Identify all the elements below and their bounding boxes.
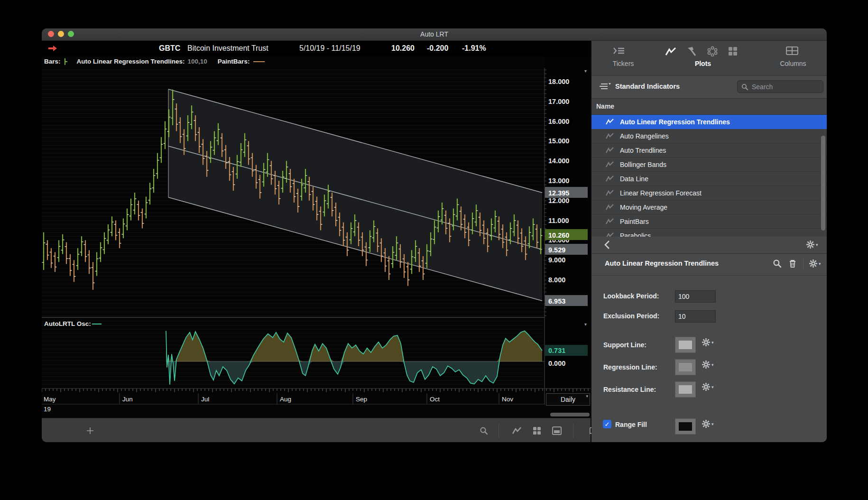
color-swatch[interactable] xyxy=(675,418,696,435)
price-chart-canvas[interactable]: 18.00017.00016.00015.00014.00013.00012.0… xyxy=(42,56,591,418)
indicator-zigzag-icon xyxy=(606,119,614,125)
indicator-zigzag-icon xyxy=(606,218,614,225)
indicator-zigzag-icon xyxy=(606,133,614,139)
tickers-icon[interactable] xyxy=(613,46,625,56)
layout-grid-button[interactable] xyxy=(531,425,543,436)
plot-label-row: Bars: Auto Linear Regression Trendlines:… xyxy=(44,58,265,65)
price-change: -0.200 xyxy=(427,44,448,53)
indicator-group-title[interactable]: Standard Indicators xyxy=(615,83,680,90)
indicator-label[interactable]: Auto Linear Regression Trendlines: xyxy=(77,58,185,65)
columns-icon[interactable] xyxy=(786,46,798,56)
list-item-label: Bollinger Bands xyxy=(620,161,666,168)
list-item[interactable]: Bollinger Bands xyxy=(591,157,827,172)
detail-search-icon[interactable] xyxy=(773,259,782,268)
price-tick-label: 11.000 xyxy=(548,217,569,224)
indicator-params: 100,10 xyxy=(188,58,207,65)
list-item-label: PaintBars xyxy=(620,218,649,225)
date-range: 5/10/19 - 11/15/19 xyxy=(299,44,360,53)
range-fill-checkbox[interactable]: ✓ xyxy=(603,420,611,428)
search-field[interactable] xyxy=(737,80,823,93)
price-change-pct: -1.91% xyxy=(462,44,486,53)
range-fill-row: ✓Range Fill▾ xyxy=(591,420,827,435)
line-setting-row: Support Line:▾ xyxy=(591,339,827,353)
color-swatch[interactable] xyxy=(675,337,696,353)
line-gear-button[interactable]: ▾ xyxy=(702,360,714,369)
price-tick-label: 15.000 xyxy=(548,137,569,145)
month-label: Aug xyxy=(280,396,291,403)
trash-icon[interactable] xyxy=(788,259,797,268)
list-item-label: Auto Rangelines xyxy=(620,132,669,140)
detail-gear-button[interactable]: ▾ xyxy=(809,259,821,268)
osc-label-row[interactable]: AutoLRTL Osc: xyxy=(44,320,102,327)
parameter-input[interactable] xyxy=(675,310,716,323)
list-item[interactable]: Moving Average xyxy=(591,200,827,214)
month-label: Sep xyxy=(356,396,367,403)
chart-area[interactable]: 18.00017.00016.00015.00014.00013.00012.0… xyxy=(42,56,591,418)
indicator-zigzag-icon xyxy=(606,190,614,196)
tab-plots[interactable]: Plots xyxy=(689,60,717,67)
osc-zero-label: 0.000 xyxy=(548,360,565,367)
osc-label: AutoLRTL Osc: xyxy=(44,320,91,327)
alert-arrow-icon[interactable] xyxy=(47,44,58,53)
line-setting-row: Resistance Line:▾ xyxy=(591,383,827,398)
indicator-list-icon[interactable] xyxy=(597,82,611,93)
toolbar-divider xyxy=(499,424,499,437)
list-item[interactable]: Linear Regression Forecast xyxy=(591,186,827,200)
list-item[interactable]: Auto Rangelines xyxy=(591,129,827,143)
indicator-zigzag-icon xyxy=(606,204,614,211)
list-item[interactable]: Data Line xyxy=(591,172,827,186)
indicator-list[interactable]: Auto Linear Regression TrendlinesAuto Ra… xyxy=(591,115,827,237)
tab-columns[interactable]: Columns xyxy=(772,60,814,67)
parameter-input[interactable] xyxy=(675,290,716,303)
list-item[interactable]: Auto Trendlines xyxy=(591,143,827,157)
paintbars-label[interactable]: PaintBars: xyxy=(218,58,250,65)
search-chart-button[interactable] xyxy=(478,425,489,436)
molecule-icon[interactable] xyxy=(707,46,718,56)
color-swatch[interactable] xyxy=(675,359,696,375)
plots-tool-button[interactable] xyxy=(511,425,523,436)
grid-icon[interactable] xyxy=(728,46,738,56)
period-label: Daily xyxy=(561,396,575,403)
line-gear-button[interactable]: ▾ xyxy=(702,338,714,347)
detail-header-divider xyxy=(803,258,803,270)
chevron-down-icon: ▾ xyxy=(586,394,588,398)
list-item[interactable]: PaintBars xyxy=(591,214,827,229)
ticker-name: Bitcoin Investment Trust xyxy=(187,44,268,53)
osc-badge-label: 0.731 xyxy=(548,347,565,354)
period-selector[interactable]: Daily ▾ xyxy=(546,393,590,406)
hammer-icon[interactable] xyxy=(686,46,697,56)
panel-view-button[interactable] xyxy=(551,425,563,436)
bars-label[interactable]: Bars: xyxy=(44,58,61,65)
back-button[interactable] xyxy=(604,240,610,250)
month-label: Oct xyxy=(430,396,440,403)
parameter-row: Lookback Period: xyxy=(591,290,827,304)
add-button[interactable] xyxy=(84,425,96,436)
panel-gear-button[interactable]: ▾ xyxy=(806,240,818,249)
indicator-zigzag-icon xyxy=(606,147,614,154)
list-item-label: Linear Regression Forecast xyxy=(620,189,702,197)
list-column-header[interactable]: Name xyxy=(591,99,827,115)
osc-pane-menu-caret: ▾ xyxy=(584,322,587,327)
line-gear-button[interactable]: ▾ xyxy=(702,382,714,391)
parameter-label: Lookback Period: xyxy=(603,292,659,300)
price-tick-label: 18.000 xyxy=(548,78,569,85)
tab-tickers[interactable]: Tickers xyxy=(604,60,642,67)
range-fill-gear-button[interactable]: ▾ xyxy=(702,419,714,428)
list-item[interactable]: Parabolics xyxy=(591,229,827,237)
list-item-label: Auto Trendlines xyxy=(620,147,666,154)
indicator-zigzag-icon[interactable] xyxy=(665,47,676,56)
indicator-zigzag-icon xyxy=(606,176,614,182)
list-scrollbar[interactable] xyxy=(821,136,825,231)
list-item[interactable]: Auto Linear Regression Trendlines xyxy=(591,115,827,129)
month-label: Jul xyxy=(201,396,209,403)
toolbar-divider xyxy=(573,424,573,437)
price-badge-label: 9.529 xyxy=(548,246,565,254)
color-swatch[interactable] xyxy=(675,381,696,398)
line-setting-label: Support Line: xyxy=(603,341,646,349)
search-input[interactable] xyxy=(751,83,814,91)
osc-style-icon xyxy=(92,324,102,324)
price-tick-label: 14.000 xyxy=(548,157,569,165)
price-tick-label: 13.000 xyxy=(548,177,569,185)
title-bar[interactable]: Auto LRT xyxy=(42,28,827,41)
parameter-row: Exclusion Period: xyxy=(591,310,827,324)
